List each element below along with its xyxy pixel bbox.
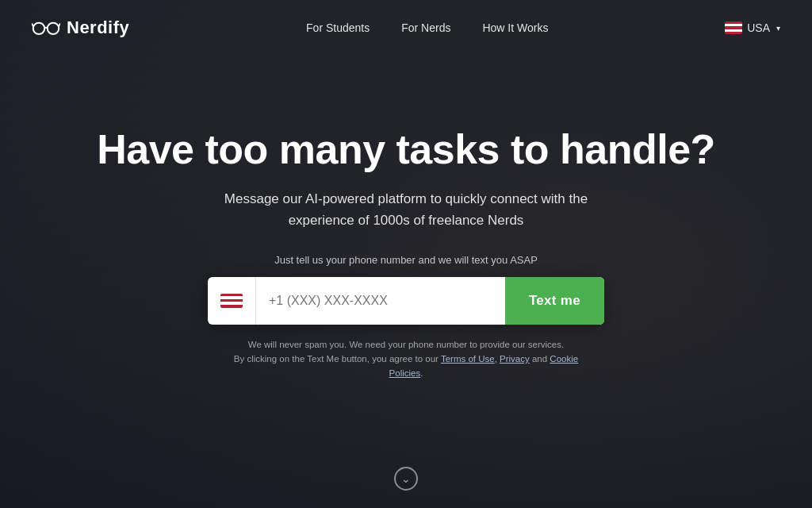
svg-point-0 bbox=[33, 23, 44, 34]
disclaimer: We will never spam you. We need your pho… bbox=[216, 337, 596, 381]
disclaimer-line2: By clicking on the Text Me button, you a… bbox=[234, 354, 439, 364]
scroll-indicator[interactable]: ⌄ bbox=[394, 467, 418, 491]
disclaimer-and: and bbox=[532, 354, 547, 364]
nav-links: For Students For Nerds How It Works bbox=[306, 21, 548, 34]
nav-for-students[interactable]: For Students bbox=[306, 21, 370, 34]
us-flag-icon bbox=[725, 21, 742, 34]
hero-instruction: Just tell us your phone number and we wi… bbox=[274, 254, 538, 266]
hero-title: Have too many tasks to handle? bbox=[97, 127, 715, 172]
logo[interactable]: Nerdify bbox=[32, 17, 129, 38]
chevron-down-icon: ▾ bbox=[776, 24, 780, 33]
hero-section: Have too many tasks to handle? Message o… bbox=[0, 56, 812, 381]
glasses-icon bbox=[32, 20, 60, 36]
phone-input-row: Text me bbox=[208, 277, 604, 325]
terms-link[interactable]: Terms of Use bbox=[441, 354, 495, 364]
disclaimer-dot: . bbox=[420, 368, 423, 378]
chevron-down-scroll-icon: ⌄ bbox=[401, 472, 411, 485]
phone-flag-area[interactable] bbox=[208, 277, 256, 325]
hero-subtitle: Message our AI-powered platform to quick… bbox=[216, 188, 596, 231]
phone-flag-icon bbox=[220, 294, 243, 308]
privacy-link[interactable]: Privacy bbox=[500, 354, 530, 364]
logo-text: Nerdify bbox=[67, 17, 129, 38]
navbar: Nerdify For Students For Nerds How It Wo… bbox=[0, 0, 812, 56]
locale-label: USA bbox=[747, 21, 770, 34]
disclaimer-line1: We will never spam you. We need your pho… bbox=[248, 340, 564, 349]
nav-how-it-works[interactable]: How It Works bbox=[482, 21, 548, 34]
nav-for-nerds[interactable]: For Nerds bbox=[401, 21, 450, 34]
svg-point-1 bbox=[48, 23, 59, 34]
text-me-button[interactable]: Text me bbox=[505, 277, 604, 325]
locale-selector[interactable]: USA ▾ bbox=[725, 21, 780, 34]
phone-input[interactable] bbox=[256, 277, 505, 325]
